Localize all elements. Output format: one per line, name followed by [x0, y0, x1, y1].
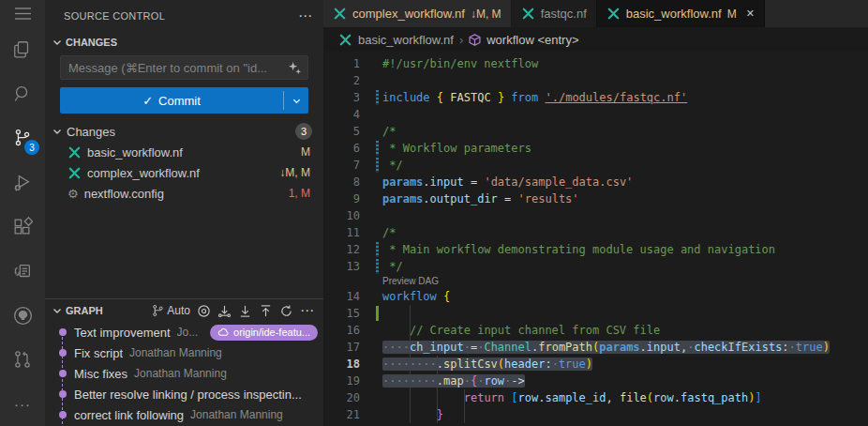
tab-label: basic_workflow.nf — [626, 7, 722, 21]
sparkle-icon[interactable] — [288, 61, 302, 75]
codelens-preview-dag[interactable]: Preview DAG — [323, 275, 868, 288]
commit-row[interactable]: Text improvementJo...origin/ide-featu... — [45, 322, 323, 342]
commit-row[interactable]: correct link followingJonathan Manning — [45, 404, 323, 425]
gutter-marker — [367, 72, 382, 89]
code-line[interactable]: 3include { FASTQC } from './modules/fast… — [323, 89, 868, 106]
code-line[interactable]: 19········.map·{·row·-> — [323, 373, 868, 389]
nextflow-icon — [67, 145, 82, 160]
explorer-icon[interactable] — [0, 27, 45, 71]
code-line[interactable]: 9params.output_dir = 'results' — [323, 190, 868, 207]
source-control-icon[interactable]: 3 — [0, 116, 45, 160]
gutter-marker — [367, 241, 382, 258]
commit-author: Jonathan Manning — [190, 408, 283, 421]
line-number: 19 — [323, 373, 367, 389]
changed-file-basic_workflow.nf[interactable]: basic_workflow.nfM — [45, 142, 323, 162]
pull-icon[interactable] — [238, 304, 252, 318]
code-line[interactable]: 1#!/usr/bin/env nextflow — [323, 55, 868, 72]
commit-button[interactable]: ✓ Commit — [60, 87, 308, 114]
code-line[interactable]: 18········.splitCsv(header:·true) — [323, 356, 868, 373]
nextflow-icon — [606, 7, 621, 21]
code-line[interactable]: 4 — [323, 106, 868, 123]
code-line[interactable]: 16 // Create input channel from CSV file — [323, 322, 868, 339]
commit-row[interactable]: Better resolve linking / process inspect… — [45, 384, 323, 404]
commit-message-input[interactable] — [68, 61, 288, 75]
refresh-icon[interactable] — [279, 304, 293, 318]
more-actions-icon[interactable]: ⋯ — [298, 11, 312, 21]
changes-tree-header[interactable]: Changes 3 — [45, 121, 323, 142]
extensions-icon[interactable] — [0, 205, 45, 249]
changes-section-header[interactable]: CHANGES — [45, 32, 323, 53]
changed-file-complex_workflow.nf[interactable]: complex_workflow.nf↓M, M — [45, 162, 323, 183]
repo-auto-button[interactable]: Auto — [152, 304, 190, 317]
code-line[interactable]: 21 } — [323, 406, 868, 423]
push-icon[interactable] — [259, 304, 273, 318]
commit-message-box — [60, 55, 308, 80]
file-name: nextflow.config — [84, 187, 283, 201]
changed-file-nextflow.config[interactable]: ⚙nextflow.config1, M — [45, 183, 323, 204]
commit-author: Jonathan Manning — [129, 346, 222, 359]
gutter-modified-indicator — [376, 259, 379, 274]
code-line[interactable]: 7 */ — [323, 157, 868, 174]
gutter-marker — [367, 389, 382, 406]
code-line[interactable]: 6 * Workflow parameters — [323, 140, 868, 157]
gutter-modified-indicator — [376, 141, 379, 156]
tab-basic_workflow.nf[interactable]: basic_workflow.nfM✕ — [597, 0, 765, 27]
commit-author: Jo... — [177, 326, 199, 339]
line-number: 7 — [323, 157, 367, 174]
breadcrumb[interactable]: basic_workflow.nf › workflow <entry> — [323, 27, 868, 52]
pull-request-icon[interactable] — [0, 338, 45, 382]
commit-dot — [59, 390, 67, 398]
code-line[interactable]: 13 */ — [323, 258, 868, 275]
code-line[interactable]: 17····ch_input·=·Channel.fromPath(params… — [323, 339, 868, 356]
breadcrumb-symbol[interactable]: workflow <entry> — [486, 33, 578, 47]
activity-bar: 3 ··· — [0, 0, 45, 426]
commit-row[interactable]: Misc fixesJonathan Manning — [45, 363, 323, 384]
code-editor[interactable]: 1#!/usr/bin/env nextflow23include { FAST… — [323, 52, 868, 426]
code-line[interactable]: 8params.input = 'data/sample_data.csv' — [323, 174, 868, 190]
more-views-icon[interactable]: ··· — [0, 382, 45, 426]
branch-badge[interactable]: origin/ide-featu... — [210, 325, 318, 341]
search-icon[interactable] — [0, 72, 45, 116]
line-number: 5 — [323, 123, 367, 140]
file-sync-icon[interactable] — [0, 249, 45, 293]
code-line[interactable]: 14workflow { — [323, 288, 868, 305]
breadcrumb-file[interactable]: basic_workflow.nf — [358, 33, 454, 47]
code-text: */ — [382, 258, 403, 275]
line-number: 16 — [323, 322, 367, 339]
code-line[interactable]: 12 * Main workflow demonstrating module … — [323, 241, 868, 258]
code-line[interactable]: 15 — [323, 305, 868, 322]
tab-git-status: ↓M, M — [471, 8, 501, 21]
chevron-down-icon — [52, 37, 63, 48]
gutter-marker — [367, 123, 382, 140]
graph-more-icon[interactable]: ⋯ — [300, 306, 314, 315]
code-line[interactable]: 11/* — [323, 224, 868, 241]
source-control-badge: 3 — [24, 140, 39, 155]
commit-row[interactable]: Fix scriptJonathan Manning — [45, 342, 323, 363]
tab-fastqc.nf[interactable]: fastqc.nf — [512, 0, 597, 27]
code-line[interactable]: 2 — [323, 72, 868, 89]
tab-complex_workflow.nf[interactable]: complex_workflow.nf↓M, M — [323, 0, 512, 27]
line-number: 14 — [323, 288, 367, 305]
commit-author: Jonathan Manning — [134, 367, 227, 380]
graph-title: GRAPH — [66, 305, 152, 316]
goto-current-icon[interactable] — [197, 304, 211, 318]
selection-highlight: ········.map·{·row·-> — [382, 374, 525, 388]
code-line[interactable]: 10 — [323, 207, 868, 224]
fetch-icon[interactable] — [217, 304, 232, 318]
run-debug-icon[interactable] — [0, 160, 45, 205]
code-line[interactable]: 20 return [row.sample_id, file(row.fastq… — [323, 389, 868, 406]
line-number: 10 — [323, 207, 367, 224]
menu-icon[interactable] — [0, 0, 45, 27]
github-icon[interactable] — [0, 294, 45, 338]
changes-tree-label: Changes — [67, 125, 295, 139]
close-icon[interactable]: ✕ — [746, 8, 755, 20]
code-text: ········.splitCsv(header:·true) — [382, 356, 592, 373]
gutter-marker — [367, 55, 382, 72]
commit-dropdown-button[interactable] — [284, 87, 308, 114]
commit-dot — [59, 370, 67, 377]
line-number: 1 — [323, 55, 367, 72]
gutter-marker — [367, 339, 382, 356]
code-line[interactable]: 5/* — [323, 123, 868, 140]
code-text: } — [382, 406, 443, 423]
graph-header[interactable]: GRAPH Auto — [45, 299, 323, 322]
